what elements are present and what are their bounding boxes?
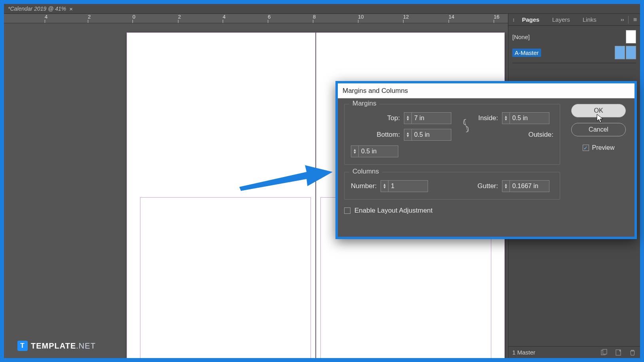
panel-tabs: ↕ Pages Layers Links ›› ≡ bbox=[508, 14, 640, 26]
close-tab-icon[interactable]: × bbox=[69, 6, 73, 12]
inside-input[interactable]: ▲▼ bbox=[502, 112, 553, 124]
ruler-tick: 4 bbox=[223, 14, 225, 23]
link-margins-icon[interactable] bbox=[462, 118, 470, 136]
masters-list: [None] A-Master bbox=[508, 26, 640, 66]
outside-input[interactable]: ▲▼ bbox=[351, 145, 400, 157]
gutter-label: Gutter: bbox=[477, 182, 498, 190]
top-input[interactable]: ▲▼ bbox=[404, 112, 455, 124]
margins-group-title: Margins bbox=[349, 100, 379, 107]
ruler-tick: 8 bbox=[313, 14, 316, 23]
gutter-field[interactable] bbox=[510, 180, 549, 192]
preview-row[interactable]: Preview bbox=[583, 144, 615, 151]
number-field[interactable] bbox=[388, 180, 428, 192]
panel-menu-icon[interactable]: ≡ bbox=[630, 16, 640, 23]
panel-section-divider bbox=[512, 63, 636, 63]
ruler-tick: 10 bbox=[358, 14, 364, 23]
outside-label: Outside: bbox=[502, 131, 553, 139]
svg-rect-1 bbox=[603, 349, 607, 354]
bottom-field[interactable] bbox=[412, 129, 451, 141]
margin-guide-left bbox=[140, 197, 311, 358]
spinner-icon[interactable]: ▲▼ bbox=[351, 145, 359, 157]
preview-label: Preview bbox=[592, 144, 615, 151]
master-count-label: 1 Master bbox=[512, 349, 535, 356]
inside-field[interactable] bbox=[510, 112, 549, 124]
watermark: T TEMPLATE.NET bbox=[17, 341, 96, 351]
watermark-brand: TEMPLATE bbox=[31, 341, 76, 350]
pages-icon: ↕ bbox=[512, 17, 515, 23]
app-frame: *Calendar 2019 @ 41% × 420246810121416 ↕… bbox=[4, 4, 640, 358]
enable-layout-row[interactable]: Enable Layout Adjustment bbox=[344, 207, 560, 215]
tab-layers[interactable]: Layers bbox=[547, 15, 576, 25]
master-row[interactable]: [None] bbox=[512, 29, 636, 45]
ruler-tick: 12 bbox=[403, 14, 409, 23]
preview-checkbox[interactable] bbox=[583, 145, 589, 151]
outside-field[interactable] bbox=[359, 145, 398, 157]
dialog-title-bar[interactable]: Margins and Columns bbox=[338, 83, 635, 98]
spinner-icon[interactable]: ▲▼ bbox=[502, 112, 510, 124]
panel-footer: 1 Master bbox=[508, 346, 640, 358]
document-tab[interactable]: *Calendar 2019 @ 41% × bbox=[4, 4, 77, 13]
trash-icon[interactable] bbox=[629, 349, 636, 356]
master-name: [None] bbox=[512, 34, 530, 40]
cancel-button[interactable]: Cancel bbox=[571, 123, 626, 136]
collapse-panels-icon[interactable]: ›› bbox=[621, 17, 627, 23]
ruler-tick: 6 bbox=[268, 14, 271, 23]
ruler-tick: 16 bbox=[494, 14, 499, 23]
columns-group-title: Columns bbox=[349, 168, 382, 175]
spinner-icon[interactable]: ▲▼ bbox=[381, 180, 388, 192]
top-label: Top: bbox=[351, 114, 400, 122]
margins-group: Margins Top: ▲▼ Inside: ▲▼ bbox=[344, 104, 560, 165]
watermark-logo-icon: T bbox=[17, 341, 28, 351]
enable-layout-checkbox[interactable] bbox=[344, 207, 350, 214]
tab-pages[interactable]: Pages bbox=[517, 15, 545, 25]
svg-line-4 bbox=[464, 119, 468, 132]
number-input[interactable]: ▲▼ bbox=[381, 180, 432, 192]
margins-columns-dialog: Margins and Columns Margins Top: ▲▼ bbox=[335, 81, 637, 239]
master-row[interactable]: A-Master bbox=[512, 45, 636, 60]
ruler-horizontal: 420246810121416 bbox=[4, 14, 508, 23]
tab-links[interactable]: Links bbox=[577, 15, 602, 25]
spinner-icon[interactable]: ▲▼ bbox=[404, 112, 412, 124]
new-page-icon[interactable] bbox=[600, 349, 608, 356]
bottom-input[interactable]: ▲▼ bbox=[404, 129, 455, 141]
ok-button[interactable]: OK bbox=[571, 104, 626, 117]
master-thumb-spread bbox=[615, 46, 636, 59]
top-field[interactable] bbox=[412, 112, 451, 124]
new-master-icon[interactable] bbox=[615, 349, 622, 356]
spinner-icon[interactable]: ▲▼ bbox=[502, 180, 510, 192]
svg-rect-3 bbox=[631, 350, 634, 351]
spinner-icon[interactable]: ▲▼ bbox=[404, 129, 412, 141]
enable-layout-label: Enable Layout Adjustment bbox=[354, 207, 433, 215]
ruler-tick: 2 bbox=[88, 14, 91, 23]
watermark-suffix: .NET bbox=[76, 341, 96, 350]
master-thumb-none bbox=[626, 30, 636, 43]
spread-spine bbox=[316, 32, 316, 358]
number-label: Number: bbox=[351, 182, 377, 190]
bottom-label: Bottom: bbox=[351, 131, 400, 139]
master-name-selected: A-Master bbox=[512, 49, 541, 57]
tab-bar: *Calendar 2019 @ 41% × bbox=[4, 4, 640, 14]
inside-label: Inside: bbox=[477, 114, 498, 122]
ruler-tick: 2 bbox=[178, 14, 181, 23]
document-title: *Calendar 2019 @ 41% bbox=[8, 6, 66, 12]
ruler-tick: 14 bbox=[449, 14, 454, 23]
columns-group: Columns Number: ▲▼ Gutter: ▲▼ bbox=[344, 172, 560, 200]
ruler-tick: 0 bbox=[133, 14, 135, 23]
panel-divider bbox=[628, 16, 629, 24]
ruler-tick: 4 bbox=[45, 14, 47, 23]
dialog-title: Margins and Columns bbox=[343, 87, 408, 95]
gutter-input[interactable]: ▲▼ bbox=[502, 180, 553, 192]
